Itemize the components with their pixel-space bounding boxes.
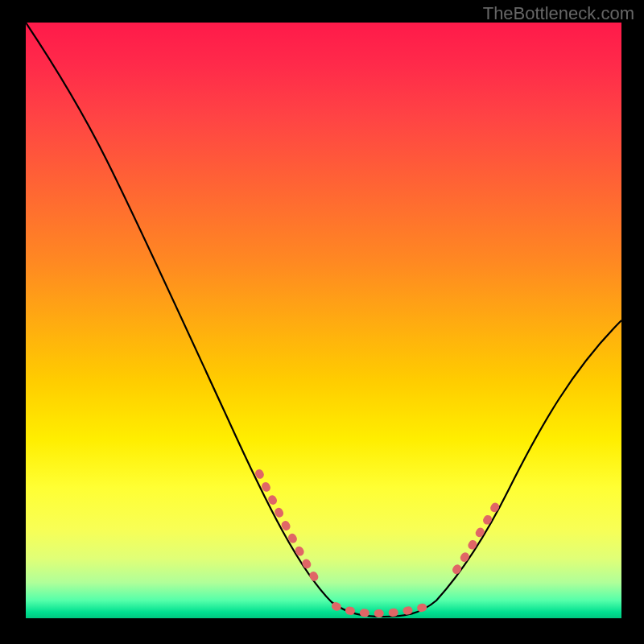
watermark-text: TheBottleneck.com [483,3,634,24]
highlight-dots-right [456,497,501,570]
highlight-dots-left [259,473,320,586]
bottleneck-chart [26,23,621,618]
curve-line [26,23,621,617]
